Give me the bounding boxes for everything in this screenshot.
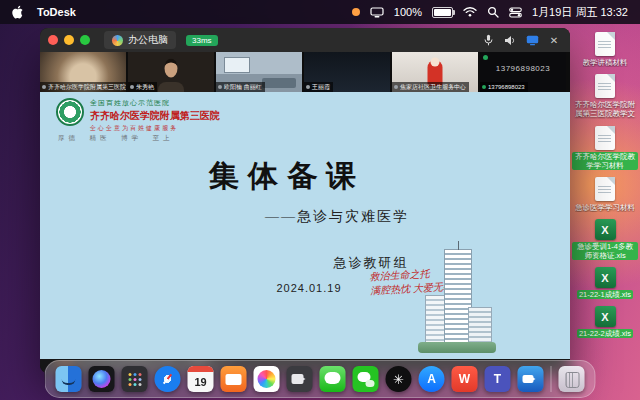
chatgpt-icon[interactable]: ✳ (386, 366, 412, 392)
calendar-icon[interactable]: 19 (188, 366, 214, 392)
meeting-app-icon[interactable] (518, 366, 544, 392)
window-zoom-button[interactable] (80, 35, 90, 45)
desktop-file[interactable]: 齐齐哈尔医学院教学学习材料 (572, 126, 638, 170)
desktop-file[interactable]: 教学讲稿材料 (572, 32, 638, 67)
mic-status-icon (482, 85, 486, 89)
participant-face (165, 59, 178, 78)
hospital-logo-block: 全国百姓放心示范医院 齐齐哈尔医学院附属第三医院 全心全意为百姓健康服务 (56, 98, 220, 133)
dock-divider (551, 366, 552, 392)
excel-file-icon: X (595, 267, 616, 288)
document-icon (595, 126, 615, 150)
participant-video-tile[interactable]: 13796898023 13796898023 (480, 52, 566, 92)
dock: 19 ✳ A W T (45, 360, 596, 398)
participant-name: 齐齐哈尔医学院附属第三医院急诊… (48, 83, 126, 91)
battery-icon (432, 7, 453, 18)
shared-slide[interactable]: 全国百姓放心示范医院 齐齐哈尔医学院附属第三医院 全心全意为百姓健康服务 厚德 … (40, 92, 570, 359)
desktop-file[interactable]: 急诊医学学习材料 (572, 177, 638, 212)
excel-file-icon: X (595, 306, 616, 327)
file-label: 齐齐哈尔医学院教学学习材料 (572, 152, 638, 170)
window-minimize-button[interactable] (64, 35, 74, 45)
building-wing-right (468, 307, 492, 343)
facetime-icon[interactable] (287, 366, 313, 392)
desktop-file[interactable]: X 21-22-1成绩.xls (572, 267, 638, 299)
screen-record-indicator (352, 8, 360, 16)
logo-line-green: 全国百姓放心示范医院 (90, 98, 220, 108)
battery-percentage: 100% (394, 6, 422, 18)
building-greenery (418, 342, 496, 353)
wechat-icon[interactable] (353, 366, 379, 392)
participant-video-tile[interactable]: 朱秀艳 (128, 52, 214, 92)
participant-body (158, 82, 184, 92)
mic-status-icon (218, 85, 222, 89)
session-close-icon[interactable]: ✕ (546, 32, 562, 48)
remote-session-tab[interactable]: 办公电脑 (104, 31, 176, 49)
app-store-glyph: A (419, 366, 445, 392)
participant-name: 王丽霞 (312, 83, 330, 91)
mic-status-icon (306, 85, 310, 89)
wifi-icon[interactable] (463, 7, 477, 17)
room-desk (262, 78, 296, 88)
window-title-bar: 办公电脑 33ms ✕ (40, 28, 570, 52)
display-icon[interactable] (370, 7, 384, 18)
slide-title: 集体备课 (209, 156, 365, 197)
file-label: 急诊受训1-4多教师资格证.xls (572, 242, 638, 260)
excel-file-icon: X (595, 219, 616, 240)
slide-date: 2024.01.19 (276, 282, 341, 294)
active-app-name[interactable]: ToDesk (37, 6, 76, 18)
file-label: 教学讲稿材料 (583, 58, 628, 67)
calendar-date: 19 (188, 366, 214, 392)
document-icon (595, 32, 615, 56)
siri-icon[interactable] (89, 366, 115, 392)
teams-glyph: T (485, 366, 511, 392)
file-label: 21-22-2成绩.xls (577, 329, 633, 338)
file-label: 21-22-1成绩.xls (577, 290, 633, 299)
launchpad-icon[interactable] (122, 366, 148, 392)
document-icon (595, 74, 615, 98)
participant-video-strip: 齐齐哈尔医学院附属第三医院急诊… 朱秀艳 欧阳楠 曲丽红 王丽霞 焦家店社区卫生… (40, 52, 570, 92)
logo-line-red: 全心全意为百姓健康服务 (90, 124, 220, 133)
participant-video-tile[interactable]: 焦家店社区卫生服务中心 (392, 52, 478, 92)
participant-video-tile[interactable]: 王丽霞 (304, 52, 390, 92)
room-window (224, 57, 250, 73)
mic-status-icon (394, 85, 398, 89)
wps-glyph: W (452, 366, 478, 392)
desktop-file[interactable]: 齐齐哈尔医学院附属第三医院教学文件 (572, 74, 638, 119)
photos-icon[interactable] (254, 366, 280, 392)
desktop-file[interactable]: X 21-22-2成绩.xls (572, 306, 638, 338)
mic-status-icon (42, 85, 46, 89)
slide-subtitle: ——急诊与灾难医学 (265, 208, 409, 226)
participant-video-tile[interactable]: 齐齐哈尔医学院附属第三医院急诊… (40, 52, 126, 92)
finder-icon[interactable] (56, 366, 82, 392)
mail-icon[interactable] (221, 366, 247, 392)
speaker-icon[interactable] (502, 32, 518, 48)
mic-status-icon (130, 85, 134, 89)
remote-session-tab-label: 办公电脑 (128, 33, 168, 47)
window-close-button[interactable] (48, 35, 58, 45)
control-center-icon[interactable] (509, 7, 522, 18)
trash-icon[interactable] (559, 366, 585, 392)
search-icon[interactable] (487, 6, 499, 18)
participant-video-tile[interactable]: 欧阳楠 曲丽红 (216, 52, 302, 92)
participant-name: 欧阳楠 曲丽红 (224, 83, 262, 91)
file-label: 齐齐哈尔医学院附属第三医院教学文件 (572, 100, 638, 119)
hospital-motto: 厚德 精医 博学 至上 (58, 134, 174, 143)
menu-bar: ToDesk 100% 1月19日 周五 13:32 (0, 0, 640, 24)
apple-menu-icon[interactable] (12, 5, 25, 19)
teams-icon[interactable]: T (485, 366, 511, 392)
menu-bar-clock[interactable]: 1月19日 周五 13:32 (532, 5, 628, 20)
app-store-icon[interactable]: A (419, 366, 445, 392)
todesk-window: 办公电脑 33ms ✕ 齐齐哈尔医学院附属第三医院急诊… 朱秀艳 (40, 28, 570, 373)
safari-icon[interactable] (155, 366, 181, 392)
desktop-file[interactable]: X 急诊受训1-4多教师资格证.xls (572, 219, 638, 260)
wps-icon[interactable]: W (452, 366, 478, 392)
microphone-icon[interactable] (480, 32, 496, 48)
mascot-face (431, 57, 440, 66)
desktop: ToDesk 100% 1月19日 周五 13:32 (0, 0, 640, 400)
screen-share-icon[interactable] (524, 32, 540, 48)
hospital-emblem-icon (56, 98, 84, 126)
messages-icon[interactable] (320, 366, 346, 392)
participant-phone-number: 13796898023 (480, 64, 566, 73)
document-icon (595, 177, 615, 201)
participant-name: 朱秀艳 (136, 83, 154, 91)
hospital-name: 齐齐哈尔医学院附属第三医院 (90, 109, 220, 123)
